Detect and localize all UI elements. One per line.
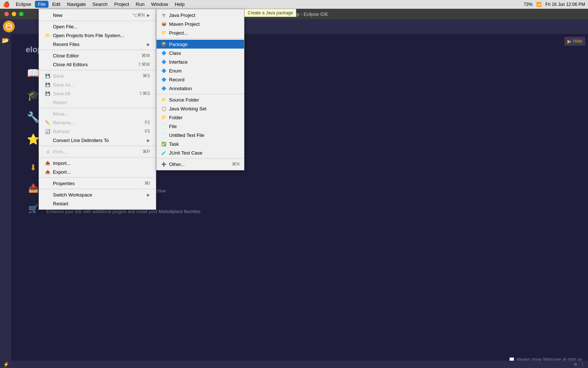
submenu-folder[interactable]: 📁 Folder	[157, 113, 244, 122]
rename-shortcut: F2	[145, 120, 150, 125]
submenu-record[interactable]: 🔷 Record	[157, 75, 244, 84]
status-icon-left[interactable]: ⚡	[3, 361, 9, 367]
submenu-annotation[interactable]: 🔷 Annotation	[157, 84, 244, 93]
new-icon	[45, 12, 51, 18]
record-icon: 🔷	[161, 77, 167, 82]
apple-menu[interactable]: 🍎	[3, 1, 10, 8]
menu-open-projects[interactable]: 📁 Open Projects from File System...	[39, 31, 156, 40]
submenu-enum[interactable]: 🔷 Enum	[157, 66, 244, 75]
marketplace-icon: 🛒	[26, 202, 40, 216]
menubar-project[interactable]: Project	[111, 1, 132, 8]
submenu-interface[interactable]: 🔷 Interface	[157, 57, 244, 66]
menu-properties[interactable]: Properties ⌘I	[39, 179, 156, 188]
menu-export[interactable]: 📤 Export...	[39, 167, 156, 176]
export-label: Export...	[53, 169, 150, 175]
refresh-shortcut: F5	[145, 129, 150, 134]
submenu-untitled-text-file[interactable]: 📄 Untitled Text File	[157, 131, 244, 139]
import-label: Import...	[53, 160, 150, 166]
menu-save-all[interactable]: 💾 Save All ⇧⌘S	[39, 89, 156, 98]
refresh-icon: 🔄	[45, 128, 51, 134]
close-editor-shortcut: ⌘W	[141, 53, 150, 58]
save-all-label: Save All	[53, 91, 137, 96]
menu-print[interactable]: 🖨 Print... ⌘P	[39, 147, 156, 156]
close-all-shortcut: ⇧⌘W	[138, 62, 150, 67]
menu-open-file[interactable]: Open File...	[39, 22, 156, 31]
minimize-button[interactable]	[12, 12, 16, 16]
submenu-task[interactable]: ✅ Task	[157, 139, 244, 148]
status-icon-right-2[interactable]: ⋮	[580, 361, 585, 367]
menu-close-editor[interactable]: Close Editor ⌘W	[39, 51, 156, 60]
menubar-window[interactable]: Window	[148, 1, 171, 8]
tooltip-text: Create a Java package	[248, 10, 293, 15]
menubar-help[interactable]: Help	[172, 1, 187, 8]
submenu-package[interactable]: 📦 Package	[157, 40, 244, 49]
menu-save[interactable]: 💾 Save ⌘S	[39, 71, 156, 80]
submenu-file[interactable]: 📄 File	[157, 122, 244, 131]
menubar-navigate[interactable]: Navigate	[64, 1, 89, 8]
submenu-class[interactable]: 🔷 Class	[157, 49, 244, 57]
overview-icon: 📖	[26, 66, 40, 80]
rename-label: Rename...	[53, 120, 143, 125]
submenu-maven-project[interactable]: 📦 Maven Project	[157, 20, 244, 28]
menu-rename[interactable]: ✏️ Rename... F2	[39, 118, 156, 127]
menu-save-as[interactable]: 💾 Save As...	[39, 80, 156, 89]
menubar-search[interactable]: Search	[90, 1, 111, 8]
menu-revert[interactable]: Revert	[39, 98, 156, 107]
sep7	[39, 177, 156, 178]
submenu-sep2	[157, 94, 244, 94]
menubar-run[interactable]: Run	[133, 1, 147, 8]
menubar-right: 73% 📶 Fri 16 Jun 12:06 PM	[524, 2, 585, 7]
statusbar: ⚡ ≡ ⋮	[0, 361, 588, 368]
menu-convert[interactable]: Convert Line Delimiters To ▶	[39, 136, 156, 145]
sep8	[39, 189, 156, 189]
sep3	[39, 70, 156, 70]
maven-project-label: Maven Project	[169, 21, 200, 27]
menu-recent-files[interactable]: Recent Files ▶	[39, 40, 156, 49]
status-icon-right-1[interactable]: ≡	[574, 361, 577, 367]
menubar-edit[interactable]: Edit	[49, 1, 63, 8]
switch-workspace-icon	[45, 192, 51, 198]
menu-new[interactable]: New ⌥⌘N ▶	[39, 11, 156, 20]
convert-label: Convert Line Delimiters To	[53, 138, 145, 143]
menu-switch-workspace[interactable]: Switch Workspace ▶	[39, 190, 156, 199]
menubar-file[interactable]: File	[35, 1, 49, 8]
annotation-icon: 🔷	[161, 85, 167, 91]
hide-button[interactable]: ▶ Hide	[564, 37, 585, 46]
import-icon: 📥	[26, 181, 40, 196]
close-editor-icon	[45, 53, 51, 59]
properties-icon	[45, 180, 51, 186]
menu-move[interactable]: Move...	[39, 109, 156, 118]
menu-import[interactable]: 📥 Import...	[39, 159, 156, 167]
convert-icon	[45, 137, 51, 143]
menu-close-all-editors[interactable]: Close All Editors ⇧⌘W	[39, 60, 156, 69]
submenu-project[interactable]: 📁 Project...	[157, 28, 244, 37]
sep1	[39, 21, 156, 21]
recent-arrow: ▶	[147, 42, 150, 46]
submenu-java-working-set[interactable]: 📋 Java Working Set	[157, 104, 244, 113]
recent-files-label: Recent Files	[53, 42, 145, 47]
open-projects-label: Open Projects from File System...	[53, 33, 150, 38]
package-icon: 📦	[161, 41, 167, 47]
maximize-button[interactable]	[19, 12, 24, 16]
submenu-java-project[interactable]: ☕ Java Project	[157, 11, 244, 20]
file-icon: 📄	[161, 123, 167, 129]
menu-restart[interactable]: Restart	[39, 199, 156, 208]
close-button[interactable]	[4, 12, 9, 16]
sidebar-icon[interactable]: 📂	[2, 37, 9, 44]
junit-icon: 🧪	[161, 150, 167, 156]
submenu-junit-test-case[interactable]: 🧪 JUnit Test Case	[157, 148, 244, 157]
submenu-source-folder[interactable]: 📁 Source Folder	[157, 95, 244, 104]
maven-project-icon: 📦	[161, 21, 167, 27]
sidebar: 📂	[0, 34, 11, 368]
new-label: New	[53, 13, 130, 18]
export-icon: 📤	[45, 169, 51, 175]
java-working-set-label: Java Working Set	[169, 106, 207, 112]
java-project-label: Java Project	[169, 13, 196, 18]
submenu-other[interactable]: ➕ Other... ⌘N	[157, 160, 244, 169]
close-all-label: Close All Editors	[53, 62, 136, 67]
eclipse-logo	[3, 21, 15, 32]
junit-label: JUnit Test Case	[169, 150, 202, 156]
menubar-eclipse[interactable]: Eclipse	[13, 1, 34, 8]
menu-refresh[interactable]: 🔄 Refresh F5	[39, 127, 156, 136]
folder-icon: 📁	[161, 114, 167, 120]
